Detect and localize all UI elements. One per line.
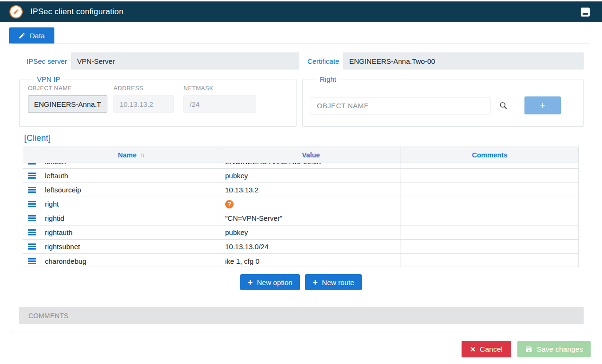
help-icon[interactable]: ? bbox=[225, 200, 234, 208]
comments-input[interactable] bbox=[19, 307, 584, 324]
row-value-cell: 10.13.13.0/24 bbox=[221, 240, 401, 253]
row-comments-cell bbox=[401, 163, 578, 168]
row-comments-cell bbox=[401, 183, 578, 197]
ipsec-server-label: IPSec server bbox=[26, 57, 67, 65]
row-drag-handle[interactable] bbox=[23, 197, 41, 211]
row-drag-handle[interactable] bbox=[23, 211, 41, 225]
object-name-label: OBJECT NAME bbox=[28, 85, 107, 92]
new-option-button[interactable]: + New option bbox=[240, 274, 300, 290]
drag-column-header bbox=[23, 147, 41, 163]
row-drag-handle[interactable] bbox=[23, 225, 41, 239]
table-row: right ? bbox=[23, 197, 578, 211]
right-object-name-input[interactable] bbox=[311, 97, 490, 114]
row-value-cell: ike 1, cfg 0 bbox=[221, 254, 401, 267]
vpn-object-name-input[interactable] bbox=[28, 95, 107, 113]
cancel-button[interactable]: × Cancel bbox=[462, 341, 511, 357]
ipsec-server-field: IPSec server bbox=[26, 52, 299, 69]
vpn-ip-columns: OBJECT NAME ADDRESS NETMASK bbox=[28, 85, 288, 113]
pencil-icon bbox=[18, 32, 26, 39]
vpn-ip-fieldset: VPN IP OBJECT NAME ADDRESS NETMASK bbox=[19, 75, 297, 127]
certificate-input[interactable] bbox=[343, 52, 584, 69]
right-object-row: + bbox=[311, 96, 576, 114]
row-drag-handle[interactable] bbox=[23, 163, 41, 168]
row-name-cell: leftsourceip bbox=[41, 183, 221, 197]
menu-icon bbox=[28, 258, 36, 264]
row-drag-handle[interactable] bbox=[23, 183, 41, 197]
menu-icon bbox=[28, 201, 36, 207]
table-row: leftsourceip 10.13.13.2 bbox=[23, 183, 578, 197]
value-column-header[interactable]: Value bbox=[221, 147, 401, 163]
save-label: Save changes bbox=[537, 345, 583, 354]
dialog-footer: × Cancel Save changes bbox=[0, 341, 591, 357]
table-row: leftauth pubkey bbox=[23, 169, 578, 183]
config-panel: IPSec server Certificate VPN IP OBJECT N… bbox=[12, 43, 590, 332]
menu-icon bbox=[28, 187, 36, 193]
table-body-inner: leftcert ENGINEERS-Anna.Two-00.crt lefta… bbox=[23, 163, 578, 267]
edit-pencil-badge-icon bbox=[9, 5, 23, 18]
vpn-netmask-field: NETMASK bbox=[183, 85, 256, 113]
row-name-cell: rightid bbox=[41, 211, 221, 225]
row-value-cell: "CN=VPN-Server" bbox=[221, 211, 401, 225]
cancel-label: Cancel bbox=[480, 345, 503, 354]
row-name-cell: right bbox=[41, 197, 221, 211]
row-name-cell: rightauth bbox=[41, 225, 221, 239]
add-right-button[interactable]: + bbox=[524, 96, 561, 114]
table-row: rightauth pubkey bbox=[23, 225, 578, 240]
row-name-cell: charondebug bbox=[41, 254, 221, 267]
save-icon bbox=[525, 346, 532, 353]
table-header-row: Name ↑↓ Value Comments bbox=[23, 147, 579, 163]
new-route-button[interactable]: + New route bbox=[305, 274, 362, 290]
row-value-cell: ENGINEERS-Anna.Two-00.crt bbox=[221, 163, 401, 168]
row-name-cell: rightsubnet bbox=[41, 240, 221, 253]
table-row: charondebug ike 1, cfg 0 bbox=[23, 254, 578, 267]
row-value-cell: pubkey bbox=[221, 169, 401, 182]
certificate-field: Certificate bbox=[307, 52, 584, 69]
name-column-header[interactable]: Name ↑↓ bbox=[41, 147, 221, 163]
row-value-cell: pubkey bbox=[221, 225, 401, 239]
table-scroll-area[interactable]: leftcert ENGINEERS-Anna.Two-00.crt lefta… bbox=[23, 163, 579, 267]
tab-data[interactable]: Data bbox=[9, 27, 54, 43]
row-drag-handle[interactable] bbox=[23, 169, 41, 182]
tab-label: Data bbox=[30, 32, 45, 40]
minimize-icon[interactable] bbox=[581, 8, 590, 17]
row-comments-cell bbox=[401, 197, 578, 211]
menu-icon bbox=[28, 173, 36, 179]
table-row: leftcert ENGINEERS-Anna.Two-00.crt bbox=[23, 163, 578, 169]
row-drag-handle[interactable] bbox=[23, 254, 41, 267]
plus-icon: + bbox=[313, 278, 318, 286]
vpn-netmask-input[interactable] bbox=[183, 95, 256, 113]
certificate-label: Certificate bbox=[307, 57, 340, 65]
table-row: rightid "CN=VPN-Server" bbox=[23, 211, 578, 225]
ipsec-client-config-window: IPSec client configuration Data IPSec se… bbox=[0, 0, 602, 364]
search-button[interactable] bbox=[495, 97, 511, 113]
server-certificate-row: IPSec server Certificate bbox=[26, 52, 584, 69]
right-legend: Right bbox=[316, 75, 340, 83]
menu-icon bbox=[28, 229, 36, 235]
row-value-cell: ? bbox=[221, 197, 401, 211]
row-name-cell: leftauth bbox=[41, 169, 221, 182]
search-icon bbox=[499, 101, 508, 110]
tab-bar: Data bbox=[9, 27, 602, 43]
name-header-label: Name bbox=[118, 151, 137, 159]
plus-icon: + bbox=[248, 278, 253, 286]
right-fieldset: Right + bbox=[302, 75, 584, 127]
table-row: rightsubnet 10.13.13.0/24 bbox=[23, 240, 578, 254]
comments-column-header[interactable]: Comments bbox=[401, 147, 578, 163]
vpn-address-input[interactable] bbox=[113, 95, 174, 113]
vpn-ip-legend: VPN IP bbox=[34, 75, 63, 83]
row-comments-cell bbox=[401, 240, 578, 253]
client-options-table: Name ↑↓ Value Comments leftcert ENGINEER… bbox=[23, 147, 579, 267]
row-comments-cell bbox=[401, 211, 578, 225]
address-label: ADDRESS bbox=[113, 85, 174, 92]
ipsec-server-input[interactable] bbox=[71, 52, 299, 69]
dialog-title: IPSec client configuration bbox=[30, 7, 123, 17]
menu-icon bbox=[28, 163, 36, 165]
row-value-cell: 10.13.13.2 bbox=[221, 183, 401, 197]
sort-icon[interactable]: ↑↓ bbox=[140, 151, 144, 158]
row-comments-cell bbox=[401, 225, 578, 239]
netmask-label: NETMASK bbox=[183, 85, 256, 92]
save-changes-button[interactable]: Save changes bbox=[517, 341, 591, 357]
row-name-cell: leftcert bbox=[41, 163, 221, 168]
row-drag-handle[interactable] bbox=[23, 240, 41, 253]
vpn-address-field: ADDRESS bbox=[113, 85, 174, 113]
